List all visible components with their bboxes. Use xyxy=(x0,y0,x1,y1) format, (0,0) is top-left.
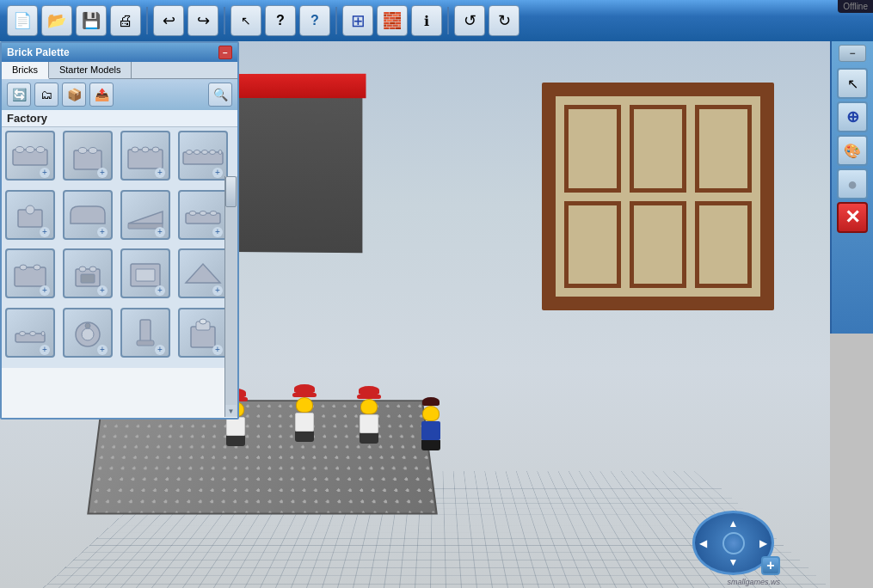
palette-search-bar: 🔄 🗂 📦 📤 🔍 xyxy=(2,79,237,110)
nav-center[interactable] xyxy=(722,532,745,554)
rotate-left-button[interactable]: ↺ xyxy=(454,5,485,36)
svg-point-2 xyxy=(26,147,34,153)
rt-paint-button[interactable]: 🎨 xyxy=(837,135,868,166)
svg-point-36 xyxy=(20,331,26,335)
nav-right-arrow[interactable]: ▶ xyxy=(759,537,767,549)
minifig-4 xyxy=(421,397,440,450)
brick-item-11[interactable] xyxy=(120,248,170,298)
info-button[interactable]: ℹ xyxy=(411,5,442,36)
search-button[interactable]: 🔍 xyxy=(208,83,232,107)
nav-down-arrow[interactable]: ▼ xyxy=(729,556,739,568)
refresh-button[interactable]: 🔄 xyxy=(7,83,31,107)
redo-button[interactable]: ↪ xyxy=(188,5,218,36)
export-button[interactable]: 📤 xyxy=(89,83,114,107)
svg-point-46 xyxy=(200,319,206,324)
undo-button[interactable]: ↩ xyxy=(153,5,184,36)
svg-marker-19 xyxy=(128,211,163,224)
brick-item-14[interactable] xyxy=(63,308,113,358)
svg-rect-43 xyxy=(137,340,154,346)
rotate-right-button[interactable]: ↻ xyxy=(489,5,519,36)
svg-point-40 xyxy=(82,328,94,340)
svg-point-29 xyxy=(79,266,86,272)
brick-item-10[interactable] xyxy=(63,248,113,298)
svg-point-5 xyxy=(78,148,87,154)
select-button[interactable]: ↖ xyxy=(231,5,261,36)
svg-point-8 xyxy=(132,147,138,152)
palette-scrollbar[interactable]: ▼ xyxy=(224,176,237,417)
rt-delete-button[interactable]: ✕ xyxy=(837,202,868,233)
rt-add-button[interactable]: ⊕ xyxy=(837,101,868,132)
svg-point-30 xyxy=(89,266,96,272)
brick-item-7[interactable] xyxy=(120,190,170,240)
new-button[interactable]: 📄 xyxy=(7,5,38,36)
offline-badge: Offline xyxy=(838,0,873,13)
palette-title: Brick Palette xyxy=(7,46,70,58)
separator-3 xyxy=(335,7,337,34)
svg-point-13 xyxy=(194,150,200,154)
palette-titlebar: Brick Palette − xyxy=(2,43,237,62)
svg-point-38 xyxy=(41,331,45,335)
scroll-down-arrow[interactable]: ▼ xyxy=(225,405,237,417)
svg-point-27 xyxy=(34,265,40,270)
rt-select-button[interactable]: ↖ xyxy=(837,68,868,99)
separator-2 xyxy=(224,7,225,34)
svg-point-41 xyxy=(85,323,90,328)
svg-point-12 xyxy=(187,150,193,154)
svg-point-37 xyxy=(30,331,36,335)
svg-point-10 xyxy=(152,147,159,152)
svg-rect-33 xyxy=(136,269,155,281)
import-button[interactable]: 📦 xyxy=(62,83,86,107)
help2-button[interactable]: ? xyxy=(299,5,330,36)
scroll-thumb[interactable] xyxy=(225,176,237,207)
brick-item-8[interactable] xyxy=(178,190,228,240)
brick-item-1[interactable] xyxy=(5,131,55,181)
svg-rect-20 xyxy=(128,224,163,229)
brick-item-6[interactable] xyxy=(63,190,113,240)
save-button[interactable]: 💾 xyxy=(76,5,107,36)
brick-item-12[interactable] xyxy=(178,248,228,298)
tab-bricks[interactable]: Bricks xyxy=(2,62,49,79)
view-mode-button[interactable]: 🧱 xyxy=(377,5,408,36)
help1-button[interactable]: ? xyxy=(265,5,296,36)
build-mode-button[interactable]: ⊞ xyxy=(342,5,373,36)
svg-point-22 xyxy=(189,211,196,215)
offline-text: Offline xyxy=(843,2,868,11)
brick-item-5[interactable] xyxy=(5,190,55,240)
brick-item-15[interactable] xyxy=(120,308,170,358)
svg-point-3 xyxy=(36,147,45,153)
print-button[interactable]: 🖨 xyxy=(110,5,141,36)
main-area: ▲ ▼ ◀ ▶ + smallgames.ws − ↖ ⊕ 🎨 ● ✕ Bric… xyxy=(0,41,873,588)
separator-1 xyxy=(146,7,148,34)
tab-starter-models[interactable]: Starter Models xyxy=(49,62,132,78)
right-toolbar: − ↖ ⊕ 🎨 ● ✕ xyxy=(830,41,873,334)
wall-window-4 xyxy=(564,201,621,289)
wall-window-3 xyxy=(695,105,752,193)
nav-up-arrow[interactable]: ▲ xyxy=(729,518,739,530)
minifig-2 xyxy=(292,384,317,442)
brick-palette-panel: Brick Palette − Bricks Starter Models 🔄 … xyxy=(0,41,239,420)
open-button[interactable]: 📂 xyxy=(41,5,72,36)
brick-item-3[interactable] xyxy=(120,131,170,181)
rt-sphere-button[interactable]: ● xyxy=(837,168,868,199)
svg-rect-4 xyxy=(74,150,101,169)
svg-point-9 xyxy=(142,147,149,152)
minifig-3 xyxy=(357,386,381,444)
brick-item-16[interactable] xyxy=(178,308,228,358)
rt-collapse-button[interactable]: − xyxy=(839,45,866,62)
brick-item-4[interactable] xyxy=(178,131,228,181)
category-button[interactable]: 🗂 xyxy=(34,83,58,107)
palette-close-button[interactable]: − xyxy=(218,46,232,59)
brick-item-2[interactable] xyxy=(63,131,113,181)
brick-item-13[interactable] xyxy=(5,308,55,358)
nav-zoom-plus[interactable]: + xyxy=(761,556,780,575)
svg-point-6 xyxy=(89,148,97,154)
svg-point-14 xyxy=(202,150,208,154)
svg-point-15 xyxy=(210,150,216,154)
palette-category: Factory xyxy=(2,110,237,127)
brick-item-9[interactable] xyxy=(5,248,55,298)
nav-left-arrow[interactable]: ◀ xyxy=(699,537,707,549)
svg-point-1 xyxy=(15,147,24,153)
svg-point-23 xyxy=(200,211,206,215)
svg-point-16 xyxy=(218,150,222,154)
wall-window-6 xyxy=(695,201,752,289)
